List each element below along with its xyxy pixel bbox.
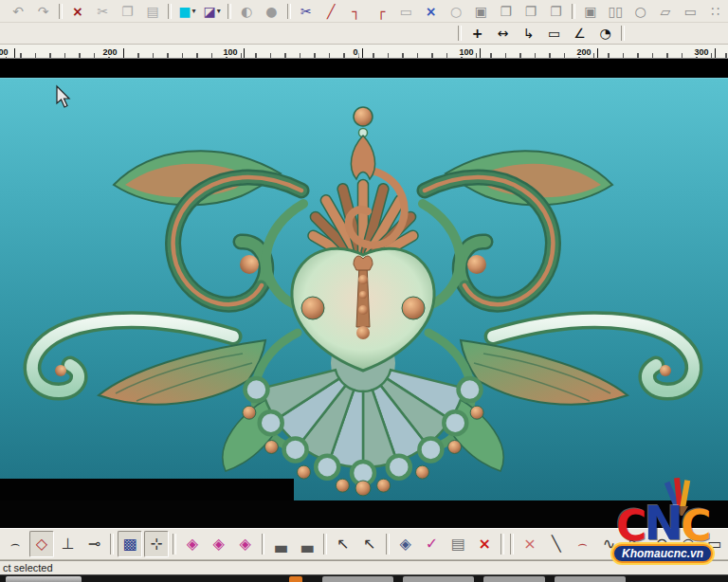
select-add-button[interactable]: ↖: [331, 531, 355, 557]
parallelogram-shape-icon: ▱: [661, 5, 671, 18]
two-rects-icon: ▯▯: [608, 5, 622, 18]
drop-with-offset-button[interactable]: ▃: [295, 531, 319, 557]
shaded-view-button[interactable]: ■▾: [175, 1, 198, 22]
cnc-letter: N: [644, 502, 681, 545]
copy-shape-3-button[interactable]: ❐: [544, 1, 567, 22]
ruler-label: 200: [101, 47, 118, 57]
toolbar-separator: [173, 534, 176, 555]
measure-bounds-button[interactable]: ▭: [542, 23, 566, 44]
snap-grid-icon: ▩: [123, 537, 137, 552]
redo-button[interactable]: ↷: [31, 1, 54, 22]
split-curve-button[interactable]: ✂: [295, 1, 318, 22]
render-smooth-button[interactable]: ◐: [235, 1, 258, 22]
parallelogram-shape-button[interactable]: ▱: [654, 1, 677, 22]
delete-icon: ×: [72, 5, 83, 18]
project-curve-button[interactable]: ◈: [393, 531, 418, 557]
copy-icon: ❐: [121, 5, 134, 18]
rectangle-select-button[interactable]: ▭: [394, 1, 417, 22]
start-button[interactable]: [6, 576, 82, 582]
ruler-label: 100: [222, 47, 238, 57]
ruler-horizontal: 3002001000100200300: [0, 45, 728, 59]
taskbar-button[interactable]: [322, 576, 393, 582]
copy-shape-2-button[interactable]: ❐: [519, 1, 542, 22]
snap-intersection-button[interactable]: ◈: [233, 531, 258, 557]
copy-button[interactable]: ❐: [116, 1, 138, 22]
taskbar-button[interactable]: [403, 576, 474, 582]
select-subtract-button[interactable]: ↖: [357, 531, 382, 557]
measure-angle-button[interactable]: ∠: [568, 23, 592, 44]
measure-distance-button[interactable]: ↔: [491, 23, 515, 44]
point-grid-button[interactable]: ∷: [704, 1, 727, 22]
snap-midpoint-button[interactable]: ◈: [207, 531, 231, 557]
watermark-logo: C N C Khomaucnc.vn: [612, 482, 726, 574]
snap-tangent-button[interactable]: ⊸: [82, 531, 107, 557]
join-curve-button[interactable]: ┌: [370, 1, 392, 22]
toolbar-top-row1: ↶↷×✂❐▤■▾◪▾◐●✂╱┐┌▭×○▣❐❐❐▣▯▯○▱▭∷: [0, 0, 728, 23]
mouse-cursor: [57, 86, 69, 107]
ruler-major-tick: [715, 48, 716, 58]
snap-intersection-icon: ◈: [239, 537, 250, 552]
ruler-major-tick: [14, 48, 15, 58]
polygon-shape-icon: ○: [634, 5, 646, 18]
taskbar-button[interactable]: [483, 576, 545, 582]
join-curve-icon: ┌: [377, 5, 385, 18]
copy-shape-1-icon: ❐: [500, 5, 512, 18]
snap-perpendicular-button[interactable]: ⊥: [56, 531, 81, 557]
measure-radius-button[interactable]: ◔: [593, 23, 617, 44]
toolbar-separator: [287, 4, 291, 19]
two-rects-button[interactable]: ▯▯: [604, 1, 627, 22]
canvas-black-corner: [0, 479, 294, 500]
cut-button[interactable]: ✂: [91, 1, 114, 22]
fillet-tool-button[interactable]: ⌢: [3, 531, 27, 557]
rectangle-shape-button[interactable]: ▭: [679, 1, 701, 22]
render-smooth-icon: ◐: [241, 5, 252, 18]
edit-points-icon: ✓: [426, 537, 438, 552]
polygon-shape-button[interactable]: ○: [628, 1, 651, 22]
measure-point-button[interactable]: +: [465, 23, 489, 44]
snap-quadrant-button[interactable]: ◇: [29, 531, 54, 557]
paste-button[interactable]: ▤: [141, 1, 164, 22]
edit-points-button[interactable]: ✓: [420, 531, 445, 557]
measure-angle-icon: ∠: [573, 27, 586, 40]
ruler-label: 300: [693, 47, 709, 57]
ellipse-outline-button[interactable]: ○: [445, 1, 467, 22]
draw-arc-button[interactable]: ⌢: [571, 531, 595, 557]
viewport-3d[interactable]: [0, 78, 728, 500]
ruler-major-tick: [362, 48, 363, 58]
ruler-label: 0: [352, 47, 358, 57]
copy-shape-1-button[interactable]: ❐: [495, 1, 518, 22]
paste-special-icon: ▤: [451, 537, 465, 552]
toolbar-separator: [458, 26, 462, 41]
delete-object-button[interactable]: ×: [472, 531, 497, 557]
chevron-down-icon: ▾: [217, 8, 221, 15]
wireframe-view-button[interactable]: ◪▾: [201, 1, 224, 22]
delete-button[interactable]: ×: [66, 1, 89, 22]
weld-shapes-button[interactable]: ▣: [579, 1, 602, 22]
wireframe-view-icon: ◪: [204, 5, 216, 18]
offset-button[interactable]: ▣: [469, 1, 492, 22]
snap-grid-button[interactable]: ▩: [118, 531, 142, 557]
paste-special-button[interactable]: ▤: [446, 531, 470, 557]
trim-curve-button[interactable]: ╱: [319, 1, 342, 22]
cnc-letters: C N C: [616, 502, 708, 545]
draw-line-button[interactable]: ╲: [544, 531, 569, 557]
ruler-label: 100: [458, 47, 474, 57]
axis-display-button[interactable]: ⊹: [144, 531, 169, 557]
chevron-down-icon: ▾: [191, 8, 195, 15]
drop-to-plane-button[interactable]: ▃: [268, 531, 293, 557]
draw-point-button[interactable]: ×: [518, 531, 542, 557]
mirror-icon: ×: [426, 5, 437, 18]
taskbar-button[interactable]: [555, 576, 626, 582]
extend-curve-button[interactable]: ┐: [344, 1, 367, 22]
mirror-button[interactable]: ×: [419, 1, 442, 22]
measure-bounds-icon: ▭: [548, 27, 560, 40]
snap-midpoint-icon: ◈: [213, 537, 225, 552]
delete-object-icon: ×: [479, 537, 491, 552]
measure-path-button[interactable]: ↳: [517, 23, 540, 44]
snap-endpoint-button[interactable]: ◈: [180, 531, 205, 557]
taskbar-icon[interactable]: [289, 576, 302, 582]
render-flat-button[interactable]: ●: [260, 1, 282, 22]
redo-icon: ↷: [38, 5, 49, 18]
undo-button[interactable]: ↶: [7, 1, 29, 22]
project-curve-icon: ◈: [399, 537, 410, 552]
